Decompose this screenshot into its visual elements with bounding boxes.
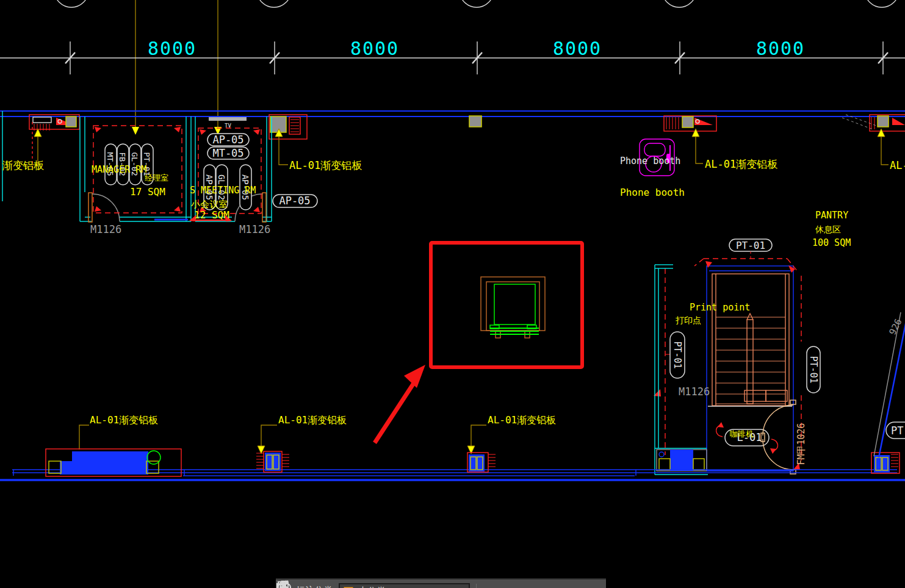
edge-number[interactable]: 926 — [887, 317, 904, 337]
print-point-label[interactable]: Print point — [690, 302, 750, 313]
dimension-text-2[interactable]: 8000 — [350, 38, 399, 59]
finish-label-top-2[interactable]: AL-01渐变铝板 — [705, 158, 777, 170]
dimension-text-4[interactable]: 8000 — [756, 38, 805, 59]
print-point-label-cn[interactable]: 打印点 — [676, 315, 701, 325]
phone-booth-symbol-label[interactable]: Phone booth — [620, 156, 680, 167]
stairwell-tag-left[interactable]: PT-01 — [670, 332, 685, 378]
category-dropdown[interactable]: 未分类 ▼ — [339, 583, 470, 588]
annotation-toolbar[interactable]: 标注分类 未分类 ▼ — [276, 578, 606, 588]
bottom-cabinet[interactable] — [46, 449, 181, 476]
ceiling-fixture-pantry[interactable] — [664, 116, 716, 131]
under-stair-cabinet[interactable] — [657, 450, 707, 471]
coffee-machine-tag[interactable]: L-01 咖啡机 — [716, 422, 778, 454]
ceiling-fixture-top-right[interactable] — [842, 115, 905, 131]
elevator-symbol[interactable] — [481, 277, 545, 338]
finish-label-bottom-3[interactable]: AL-01渐变铝板 — [488, 414, 556, 426]
finish-label-left-partial[interactable]: 渐变铝板 — [2, 159, 44, 171]
pantry-area[interactable]: 100 SQM — [812, 237, 851, 248]
tag-mt05-top[interactable]: MT-05 — [212, 147, 243, 159]
grid-leader-lines — [132, 0, 222, 135]
finish-label-right-partial[interactable]: AL- — [890, 159, 905, 171]
dimension-text-3[interactable]: 8000 — [553, 38, 602, 59]
ceiling-fixture-meeting[interactable] — [269, 115, 307, 139]
highlight-annotation — [375, 243, 582, 443]
pantry-name-cn[interactable]: 休息区 — [815, 224, 841, 234]
manager-room-name[interactable]: MANAGER RM — [92, 164, 146, 175]
manager-room-name-cn[interactable]: 经理室 — [145, 173, 168, 182]
tag-ap05-top[interactable]: AP-05 — [212, 134, 243, 146]
stair-tag-top-text[interactable]: PT-01 — [736, 240, 765, 251]
edge-partial-tag[interactable]: PT — [886, 422, 905, 439]
float-tag-ap05[interactable]: AP-05 — [273, 195, 317, 207]
bottom-fixture-right[interactable] — [871, 312, 905, 473]
finish-label-top-1[interactable]: AL-01渐变铝板 — [289, 159, 362, 171]
float-tag-text[interactable]: AP-05 — [279, 195, 310, 207]
pantry-name[interactable]: PANTRY — [815, 210, 848, 221]
finish-label-bottom-1[interactable]: AL-01渐变铝板 — [90, 414, 158, 426]
meeting-room-area[interactable]: 12 SQM — [194, 209, 229, 221]
toolbar-divider-2 — [476, 584, 477, 588]
column-grid-bubbles — [54, 0, 899, 7]
meeting-room-top-tags[interactable]: AP-05 MT-05 — [207, 134, 249, 159]
fire-door-tag[interactable]: FM甲1026 — [796, 423, 807, 465]
stair-tag-left-text[interactable]: PT-01 — [672, 341, 683, 368]
manager-room-area[interactable]: 17 SQM — [130, 186, 165, 198]
meeting-room-name[interactable]: S MEETING RM — [190, 185, 256, 196]
category-value: 未分类 — [358, 586, 386, 588]
bottom-fixture-2[interactable] — [467, 453, 496, 472]
coffee-tag-cn[interactable]: 咖啡机 — [730, 429, 754, 439]
stairwell-tag-top[interactable]: PT-01 — [729, 239, 772, 259]
manager-door-tag[interactable]: M1126 — [90, 223, 121, 235]
bottom-fixture-1[interactable] — [256, 451, 289, 472]
phone-booth-text[interactable]: Phone booth — [620, 187, 685, 198]
category-label: 标注分类 — [296, 585, 333, 588]
meeting-room-name-cn[interactable]: 小会议室 — [190, 199, 228, 210]
stair-tag-right-text[interactable]: PT-01 — [808, 356, 819, 383]
dimension-text-1[interactable]: 8000 — [148, 38, 197, 59]
edge-partial-tag-text[interactable]: PT — [891, 425, 903, 437]
cad-canvas[interactable]: 8000 8000 8000 8000 — [0, 0, 905, 588]
stair-door-tag[interactable]: M1126 — [679, 385, 710, 398]
ceiling-fixture-center[interactable] — [469, 116, 481, 127]
stair-treads — [716, 317, 785, 404]
finish-label-bottom-2[interactable]: AL-01渐变铝板 — [278, 414, 347, 426]
meeting-door-tag[interactable]: M1126 — [239, 223, 270, 235]
stairwell-tag-right[interactable]: PT-01 — [807, 346, 820, 393]
